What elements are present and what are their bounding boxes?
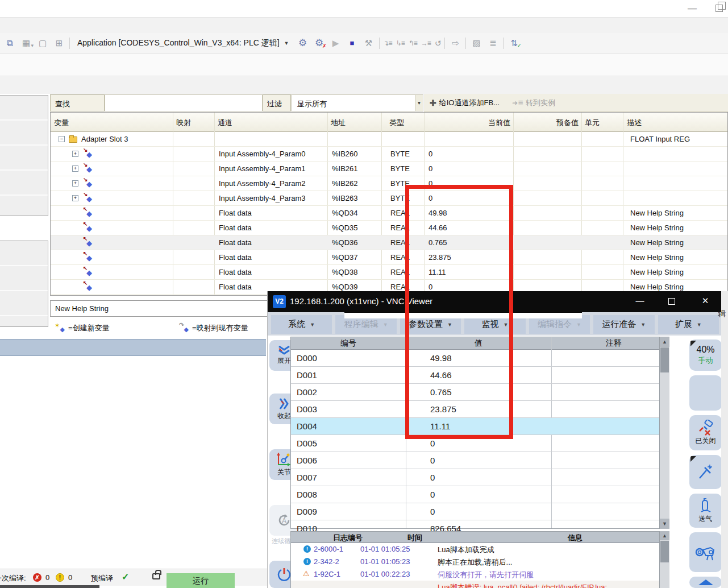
log-row[interactable]: Lua脚本错误: lua_pcall() failed: /rbctrl/lua… xyxy=(291,581,659,588)
restore-button[interactable] xyxy=(715,5,723,12)
col-type: 类型 xyxy=(389,118,404,128)
chevron-down-icon: ▼ xyxy=(576,322,581,328)
device-tree-fragment-2 xyxy=(0,241,48,327)
background-edge-sliver: 辑 xyxy=(721,291,728,588)
vnc-close-button[interactable]: ✕ xyxy=(697,296,714,306)
speed-value: 40% xyxy=(696,345,714,355)
mapping-row[interactable]: ↖◆Float data%QD35REAL44.66New Help Strin… xyxy=(51,221,727,235)
toolbar-separator xyxy=(503,38,504,49)
expand-icon[interactable]: + xyxy=(72,195,78,201)
gas-label: 送气 xyxy=(699,514,713,524)
step-over-icon[interactable]: ↴≡ xyxy=(384,39,392,47)
toolbar-separator xyxy=(444,38,445,49)
mapping-row[interactable]: +↘◆Input Assembly-4_Param0%IB260BYTE0 xyxy=(51,147,727,162)
register-row[interactable]: D0080 xyxy=(291,486,659,503)
log-row[interactable]: !2-6000-101-01 01:05:25Lua脚本加载完成 xyxy=(291,543,659,556)
lock-icon[interactable] xyxy=(152,573,160,579)
find-input[interactable] xyxy=(105,94,263,111)
torch-closed-button[interactable]: 已关闭 xyxy=(689,415,722,450)
mapping-row[interactable]: ↖◆Float data%QD37REAL23.875New Help Stri… xyxy=(51,250,727,265)
scroll-down-icon[interactable]: ▼ xyxy=(660,519,669,529)
scroll-up-icon[interactable]: ▲ xyxy=(660,337,669,347)
mapping-row[interactable]: ↖◆Float data%QD34REAL49.98New Help Strin… xyxy=(51,206,727,221)
mapping-row[interactable]: ↖◆Float data%QD36REAL0.765New Help Strin… xyxy=(51,235,727,250)
mode-label: 手动 xyxy=(698,355,713,366)
tab-系统[interactable]: 系统▼ xyxy=(271,315,332,334)
tab-扩展[interactable]: 扩展▼ xyxy=(658,315,719,334)
expand-icon[interactable]: + xyxy=(72,180,78,187)
paste-icon[interactable]: ⧉ xyxy=(3,38,16,48)
expand-icon[interactable]: + xyxy=(72,165,78,172)
add-fb-button[interactable]: ✚ 给IO通道添加FB... xyxy=(430,98,500,108)
next-statement-icon[interactable]: ⇨ xyxy=(449,38,461,48)
mapping-row[interactable]: +↘◆Input Assembly-4_Param1%IB261BYTE0 xyxy=(51,162,727,176)
expand-icon[interactable]: + xyxy=(72,151,78,157)
register-row[interactable]: D0090 xyxy=(291,503,659,520)
mapping-row[interactable]: ↖◆Float data%QD38REAL11.11New Help Strin… xyxy=(51,265,727,280)
library-icon[interactable]: ▦▾ xyxy=(20,38,32,48)
map-output-variable-icon: ↖◆ xyxy=(84,208,94,218)
register-scrollbar[interactable]: ▲ ▼ xyxy=(660,337,669,529)
step-into-icon[interactable]: ↳≡ xyxy=(396,39,405,47)
log-header: 日志编号 时间 信息 xyxy=(291,532,659,543)
loop-a-icon: A xyxy=(277,513,292,528)
run-status-button[interactable]: 运行 xyxy=(167,573,235,588)
tab-运行准备[interactable]: 运行准备▼ xyxy=(593,315,654,334)
map-input-variable-icon: ↘◆ xyxy=(84,163,94,173)
reset-icon[interactable]: ↺ xyxy=(435,39,441,48)
vnc-minimize-button[interactable]: — xyxy=(631,296,648,305)
col-mapping: 映射 xyxy=(176,118,191,128)
col-log-info: 信息 xyxy=(541,533,609,543)
wrench-icon[interactable]: ⚒ xyxy=(363,38,375,48)
goto-instance-button[interactable]: ➜≣ 转到实例 xyxy=(512,98,555,108)
register-row[interactable]: D0060 xyxy=(291,452,659,469)
codesys-toolbar: ⧉ ▦▾ ▢ ⊞ Application [CODESYS_Control_Wi… xyxy=(0,33,728,53)
log-row[interactable]: ⚠1-92C-101-01 00:22:23伺服没有打开，请先打开伺服 xyxy=(291,568,659,581)
chevron-down-icon: ▼ xyxy=(697,322,702,328)
minimize-button[interactable]: — xyxy=(681,3,704,15)
scrollbar-thumb[interactable] xyxy=(660,347,669,372)
log-scrollbar-thumb[interactable] xyxy=(660,541,669,562)
login-icon[interactable]: ⚙ xyxy=(297,37,309,49)
speed-mode-button[interactable]: 40% 手动 xyxy=(689,339,722,371)
step-out-icon[interactable]: ↰≡ xyxy=(409,39,417,47)
compare-icon[interactable]: ⊞ xyxy=(53,38,65,48)
compile-label: 一次编译: xyxy=(0,573,26,583)
register-row[interactable]: D0070 xyxy=(291,469,659,486)
info-icon: ! xyxy=(303,545,311,553)
app-selector-label: Application [CODESYS_Control_Win_V3_x64:… xyxy=(77,38,280,48)
active-application-selector[interactable]: Application [CODESYS_Control_Win_V3_x64:… xyxy=(74,37,293,49)
filter-combo-arrow-icon[interactable]: ▼ xyxy=(415,95,423,111)
flow-control-icon[interactable]: ▨ xyxy=(470,38,482,48)
log-scroll-up-icon[interactable]: ▲ xyxy=(660,531,669,540)
partial-button[interactable] xyxy=(689,577,722,588)
torch-button[interactable] xyxy=(689,455,722,489)
codesys-statusbar: 一次编译: ✗ 0 ! 0 预编译 ✓ 运行 xyxy=(0,569,267,586)
partial-icon xyxy=(696,578,715,586)
start-icon[interactable]: ▶ xyxy=(330,38,342,48)
blank-button[interactable] xyxy=(689,375,722,411)
map-output-variable-icon: ↖◆ xyxy=(84,252,94,262)
stop-icon[interactable]: ■ xyxy=(346,39,359,47)
mapping-row[interactable]: −Adapter Slot 3FLOAT Input REG xyxy=(51,132,727,147)
mapping-row[interactable]: +↘◆Input Assembly-4_Param3%IB263BYTE0 xyxy=(51,191,727,206)
log-scrollbar[interactable]: ▲ xyxy=(660,531,669,588)
chevron-down-icon: ▼ xyxy=(284,40,289,46)
device-tree-fragment xyxy=(0,95,48,216)
display-mode-icon[interactable]: ≣ xyxy=(486,38,499,48)
force-values-icon[interactable]: ⇅✓ xyxy=(507,38,520,48)
collapse-expander-icon[interactable]: − xyxy=(59,136,65,142)
filter-combo[interactable]: 显示所有 xyxy=(291,94,423,111)
gas-button[interactable]: 送气 xyxy=(689,494,722,528)
warning-icon: ⚠ xyxy=(303,569,310,578)
new-doc-icon[interactable]: ▢ xyxy=(36,38,49,48)
vnc-maximize-button[interactable] xyxy=(668,298,675,305)
log-panel: 日志编号 时间 信息 !2-6000-101-01 01:05:25Lua脚本加… xyxy=(290,531,660,588)
hand-robot-icon xyxy=(694,542,717,562)
logout-icon[interactable]: ⚙✗ xyxy=(313,37,326,49)
mapping-row[interactable]: +↘◆Input Assembly-4_Param2%IB262BYTE0 xyxy=(51,176,727,191)
run-to-cursor-icon[interactable]: →≡ xyxy=(421,39,431,47)
hand-guide-button[interactable] xyxy=(689,532,722,572)
col-unit: 单元 xyxy=(585,118,600,128)
log-row[interactable]: !2-342-201-01 01:05:23脚本正在加载,请稍后... xyxy=(291,556,659,568)
